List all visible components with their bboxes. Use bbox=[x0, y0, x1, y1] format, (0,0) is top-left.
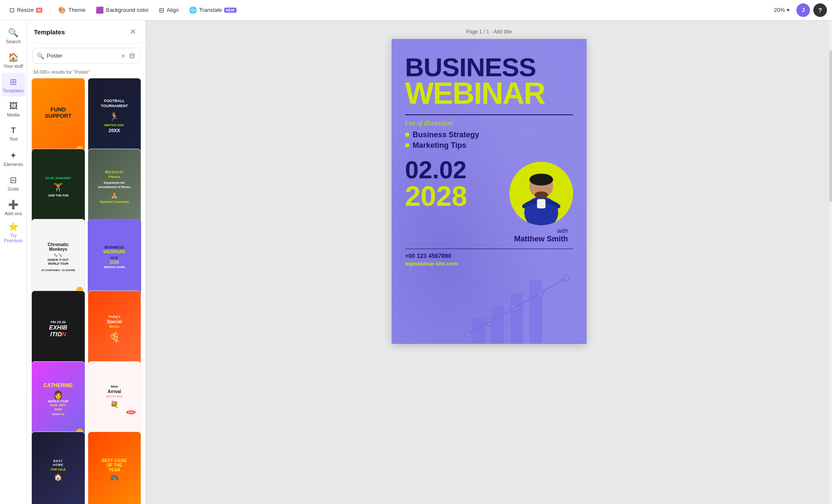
resize-label: Resize bbox=[17, 7, 34, 13]
grids-icon: ⊟ bbox=[10, 175, 17, 185]
sidebar-label-templates: Templates bbox=[3, 88, 24, 93]
svg-point-12 bbox=[529, 174, 553, 186]
poster-website: topwebinar.site.com bbox=[405, 260, 573, 267]
align-label: Align bbox=[167, 7, 179, 13]
sidebar-item-try-premium[interactable]: ⭐ Try Premium bbox=[2, 220, 25, 244]
templates-icon: ⊞ bbox=[10, 77, 17, 87]
template-new-arrival[interactable]: New Arrival just for you 💐 20% bbox=[88, 361, 142, 438]
sidebar-label-your-stuff: Your stuff bbox=[4, 64, 23, 69]
template-home-for-sale[interactable]: BESTHOME FOR SALE 🏠 bbox=[31, 432, 85, 504]
translate-new-badge: NEW bbox=[224, 8, 237, 13]
results-count: 34,000+ results for "Poster" bbox=[27, 68, 145, 78]
poster-divider-bottom bbox=[405, 249, 573, 249]
translate-label: Translate bbox=[199, 7, 222, 13]
canvas-area: Page 1 / 1 - Add title bbox=[146, 20, 832, 504]
sidebar-item-elements[interactable]: ✦ Elements bbox=[2, 147, 25, 170]
sidebar-label-grids: Grids bbox=[8, 186, 19, 191]
close-panel-button[interactable]: ✕ bbox=[127, 26, 139, 37]
toolbar-divider-1 bbox=[50, 5, 50, 15]
sidebar-item-add-ons[interactable]: ➕ Add-ons bbox=[2, 196, 25, 219]
canvas-document[interactable]: BUSINESS WEBINAR List of discussion: Bus… bbox=[392, 39, 587, 344]
translate-icon: 🌐 bbox=[189, 6, 197, 14]
toolbar-right: 20% ▾ J ? bbox=[771, 3, 827, 17]
sidebar-item-media[interactable]: 🖼 Media bbox=[2, 97, 25, 121]
svg-point-13 bbox=[534, 191, 548, 198]
sidebar-label-elements: Elements bbox=[4, 162, 23, 167]
poster-date-year: 2028 bbox=[405, 182, 467, 210]
poster-bullet-2: Marketing Tips bbox=[405, 141, 573, 150]
template-mystical[interactable]: Mystical Fitness Experience theenchantme… bbox=[88, 149, 142, 225]
template-catherine[interactable]: CATHERINE 👩 WORLD TOUR AUG–DEC2030 TICKE… bbox=[31, 361, 85, 438]
resize-icon: ⊡ bbox=[9, 6, 15, 14]
align-button[interactable]: ⊟ Align bbox=[155, 4, 183, 16]
template-exhibition[interactable]: FRI 25-26 EXHIBITION bbox=[31, 291, 85, 367]
toolbar: ⊡ Resize M 🎨 Theme 🟪 Background color ⊟ … bbox=[0, 0, 832, 20]
theme-icon: 🎨 bbox=[58, 6, 66, 14]
sidebar-item-text[interactable]: T Text bbox=[2, 122, 25, 146]
search-icon: 🔍 bbox=[8, 28, 19, 38]
panel-title: Templates bbox=[34, 28, 65, 36]
resize-badge: M bbox=[36, 8, 43, 13]
template-chromatic[interactable]: ChromaticMonkeys 🐾 🐾 DANCE IT OUTWORLD T… bbox=[31, 219, 85, 296]
poster-speaker-name: Matthew Smith bbox=[514, 235, 568, 243]
background-color-icon: 🟪 bbox=[96, 6, 104, 14]
sidebar-item-templates[interactable]: ⊞ Templates bbox=[2, 73, 25, 97]
search-input[interactable] bbox=[47, 53, 118, 59]
bullet-dot-2 bbox=[405, 143, 409, 147]
templates-grid: FUNDSUPPORT 02.08.26 👑 FOOTBALLTOURNAMEN… bbox=[27, 78, 145, 504]
template-best-game[interactable]: BEST GAMEOF THEYEAR 🎮 bbox=[88, 432, 142, 504]
poster-bullet-text-1: Business Strategy bbox=[413, 130, 479, 139]
resize-button[interactable]: ⊡ Resize M bbox=[5, 4, 47, 16]
icon-sidebar: 🔍 Search 🏠 Your stuff ⊞ Templates 🖼 Medi… bbox=[0, 20, 27, 504]
poster-avatar bbox=[509, 162, 573, 225]
user-avatar[interactable]: J bbox=[796, 3, 810, 17]
template-football[interactable]: FOOTBALLTOURNAMENT 🏃 MATCH DAY 20XX bbox=[88, 78, 142, 155]
poster-person: with Matthew Smith bbox=[509, 162, 573, 244]
template-pizza[interactable]: Today's Special Menu 🍕 bbox=[88, 291, 142, 367]
filter-button[interactable]: ⊟ bbox=[128, 51, 136, 61]
poster-phone: +00 123 4567890 bbox=[405, 252, 573, 259]
media-icon: 🖼 bbox=[9, 101, 18, 111]
background-color-label: Background color bbox=[106, 7, 149, 13]
sidebar-label-add-ons: Add-ons bbox=[5, 211, 22, 216]
sidebar-item-grids[interactable]: ⊟ Grids bbox=[2, 171, 25, 195]
sidebar-item-your-stuff[interactable]: 🏠 Your stuff bbox=[2, 48, 25, 72]
zoom-control[interactable]: 20% ▾ bbox=[771, 5, 793, 15]
poster-middle-row: 02.02 2028 bbox=[405, 158, 573, 244]
clear-search-button[interactable]: ✕ bbox=[121, 53, 126, 59]
poster-title-webinar: WEBINAR bbox=[405, 78, 573, 108]
translate-button[interactable]: 🌐 Translate NEW bbox=[185, 4, 241, 16]
bullet-dot-1 bbox=[405, 133, 409, 137]
poster-date-section: 02.02 2028 bbox=[405, 158, 467, 210]
poster-bullet-text-2: Marketing Tips bbox=[413, 141, 467, 150]
try-premium-icon: ⭐ bbox=[8, 222, 19, 232]
poster-discussion-label: List of discussion: bbox=[405, 119, 573, 127]
add-ons-icon: ➕ bbox=[8, 199, 19, 210]
theme-button[interactable]: 🎨 Theme bbox=[54, 4, 89, 16]
theme-label: Theme bbox=[68, 7, 85, 13]
zoom-value: 20% bbox=[774, 7, 785, 13]
align-icon: ⊟ bbox=[159, 6, 164, 14]
panel-header: Templates ✕ bbox=[27, 20, 145, 44]
sidebar-item-search[interactable]: 🔍 Search bbox=[2, 24, 25, 47]
help-button[interactable]: ? bbox=[813, 3, 827, 17]
template-fund-support[interactable]: FUNDSUPPORT 02.08.26 👑 bbox=[31, 78, 85, 155]
text-icon: T bbox=[11, 126, 16, 135]
zoom-chevron-icon: ▾ bbox=[787, 7, 790, 13]
avatar-svg bbox=[509, 162, 573, 225]
template-dark-fitness[interactable]: 29-30 JANUARY 🏋 JOIN THE FUN bbox=[31, 149, 85, 225]
svg-rect-14 bbox=[537, 199, 545, 208]
template-biz-webinar[interactable]: BUSINESS WEBINAR 02.02 2028 Matthew Smit… bbox=[88, 219, 142, 296]
search-bar: 🔍 ✕ ⊟ bbox=[32, 48, 140, 64]
sidebar-label-search: Search bbox=[6, 39, 21, 44]
templates-panel: Templates ✕ 🔍 ✕ ⊟ 34,000+ results for "P… bbox=[27, 20, 146, 504]
your-stuff-icon: 🏠 bbox=[8, 52, 19, 62]
search-bar-icon: 🔍 bbox=[37, 53, 44, 59]
elements-icon: ✦ bbox=[10, 150, 17, 161]
poster-divider-top bbox=[405, 114, 573, 115]
background-color-button[interactable]: 🟪 Background color bbox=[92, 4, 153, 16]
poster-bullet-1: Business Strategy bbox=[405, 130, 573, 139]
sidebar-label-try-premium: Try Premium bbox=[3, 233, 24, 243]
main-layout: 🔍 Search 🏠 Your stuff ⊞ Templates 🖼 Medi… bbox=[0, 20, 832, 504]
page-label[interactable]: Page 1 / 1 - Add title bbox=[466, 29, 512, 35]
